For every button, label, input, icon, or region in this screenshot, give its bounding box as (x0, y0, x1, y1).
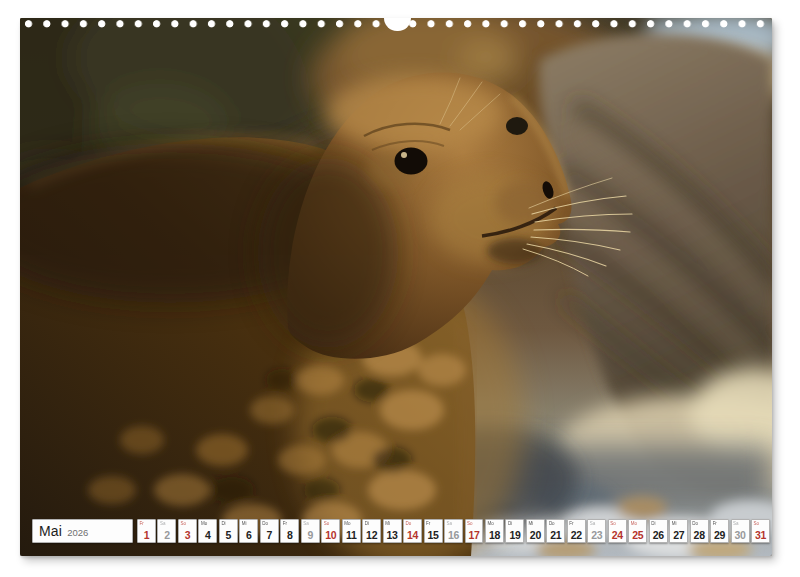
day-number: 15 (425, 529, 442, 541)
day-weekday-label: Mo (631, 521, 637, 526)
day-cell-12: Di 12 (362, 519, 381, 543)
day-number: 14 (404, 529, 421, 541)
day-cell-21: Do 21 (546, 519, 565, 543)
day-cell-29: Fr 29 (710, 519, 729, 543)
day-number: 7 (261, 529, 278, 541)
day-number: 4 (199, 529, 216, 541)
day-weekday-label: Sa (447, 521, 453, 526)
day-number: 22 (568, 529, 585, 541)
day-cell-31: So 31 (751, 519, 770, 543)
day-weekday-label: So (324, 521, 330, 526)
seal-eye (395, 148, 428, 175)
day-weekday-label: Sa (303, 521, 309, 526)
day-weekday-label: Do (692, 521, 698, 526)
second-seal (539, 34, 772, 498)
day-number: 5 (220, 529, 237, 541)
day-number: 10 (322, 529, 339, 541)
day-number: 27 (670, 529, 687, 541)
day-number: 31 (752, 529, 769, 541)
day-cell-11: Mo 11 (342, 519, 361, 543)
month-label: Mai (39, 520, 62, 542)
day-cell-6: Mi 6 (239, 519, 258, 543)
day-weekday-label: Di (508, 521, 512, 526)
day-number: 11 (343, 529, 360, 541)
photo-seals (20, 18, 772, 556)
day-number: 18 (486, 529, 503, 541)
day-weekday-label: So (610, 521, 616, 526)
day-number: 20 (527, 529, 544, 541)
day-number: 12 (363, 529, 380, 541)
day-number: 23 (588, 529, 605, 541)
day-cell-17: So 17 (465, 519, 484, 543)
day-weekday-label: Mo (487, 521, 493, 526)
day-cell-4: Mo 4 (198, 519, 217, 543)
day-cell-10: So 10 (321, 519, 340, 543)
day-cell-15: Fr 15 (424, 519, 443, 543)
day-weekday-label: So (754, 521, 760, 526)
day-cell-25: Mo 25 (628, 519, 647, 543)
day-cell-20: Mi 20 (526, 519, 545, 543)
day-weekday-label: Sa (590, 521, 596, 526)
day-cell-27: Mi 27 (669, 519, 688, 543)
day-cell-3: So 3 (178, 519, 197, 543)
days-row: Fr 1 Sa 2 So 3 Mo 4 Di 5 Mi 6 Do 7 Fr 8 … (137, 519, 770, 543)
day-cell-19: Di 19 (505, 519, 524, 543)
day-weekday-label: Di (365, 521, 369, 526)
day-number: 2 (158, 529, 175, 541)
day-number: 19 (506, 529, 523, 541)
day-weekday-label: So (467, 521, 473, 526)
day-number: 25 (629, 529, 646, 541)
day-cell-14: Do 14 (403, 519, 422, 543)
day-cell-30: Sa 30 (731, 519, 750, 543)
day-cell-16: Sa 16 (444, 519, 463, 543)
day-weekday-label: Mi (385, 521, 390, 526)
day-number: 28 (691, 529, 708, 541)
photo-page: Mai 2026 Fr 1 Sa 2 So 3 Mo 4 Di 5 Mi 6 D… (20, 18, 772, 556)
day-cell-13: Mi 13 (383, 519, 402, 543)
day-number: 6 (240, 529, 257, 541)
day-number: 24 (609, 529, 626, 541)
day-number: 9 (302, 529, 319, 541)
year-label: 2026 (67, 527, 88, 538)
month-box: Mai 2026 (32, 519, 133, 543)
calendar-page: Mai 2026 Fr 1 Sa 2 So 3 Mo 4 Di 5 Mi 6 D… (0, 0, 800, 577)
day-number: 17 (466, 529, 483, 541)
day-number: 21 (547, 529, 564, 541)
day-weekday-label: Sa (160, 521, 166, 526)
calendar-strip: Mai 2026 Fr 1 Sa 2 So 3 Mo 4 Di 5 Mi 6 D… (32, 519, 770, 543)
day-weekday-label: Fr (426, 521, 430, 526)
day-cell-28: Do 28 (690, 519, 709, 543)
day-weekday-label: Mo (344, 521, 350, 526)
day-weekday-label: Sa (733, 521, 739, 526)
day-cell-18: Mo 18 (485, 519, 504, 543)
day-number: 3 (179, 529, 196, 541)
day-number: 1 (138, 529, 155, 541)
day-number: 13 (384, 529, 401, 541)
day-number: 8 (281, 529, 298, 541)
day-cell-22: Fr 22 (567, 519, 586, 543)
day-cell-23: Sa 23 (587, 519, 606, 543)
day-weekday-label: Di (651, 521, 655, 526)
day-cell-2: Sa 2 (157, 519, 176, 543)
day-weekday-label: Fr (140, 521, 144, 526)
day-cell-7: Do 7 (260, 519, 279, 543)
day-cell-24: So 24 (608, 519, 627, 543)
day-cell-9: Sa 9 (301, 519, 320, 543)
day-weekday-label: Mi (672, 521, 677, 526)
day-number: 30 (732, 529, 749, 541)
day-number: 29 (711, 529, 728, 541)
day-weekday-label: So (180, 521, 186, 526)
day-weekday-label: Do (406, 521, 412, 526)
day-cell-26: Di 26 (649, 519, 668, 543)
day-number: 26 (650, 529, 667, 541)
seal-far-eye (506, 117, 528, 135)
day-weekday-label: Fr (569, 521, 573, 526)
day-cell-8: Fr 8 (280, 519, 299, 543)
eye-glint (401, 152, 407, 158)
day-weekday-label: Mi (528, 521, 533, 526)
day-weekday-label: Mi (242, 521, 247, 526)
day-number: 16 (445, 529, 462, 541)
day-weekday-label: Do (549, 521, 555, 526)
day-cell-1: Fr 1 (137, 519, 156, 543)
day-weekday-label: Fr (283, 521, 287, 526)
